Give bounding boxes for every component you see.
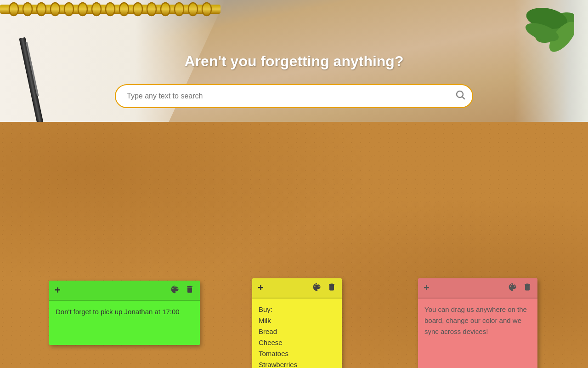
- notebook-spiral: [0, 0, 220, 18]
- palette-icon-yellow[interactable]: [312, 282, 322, 294]
- svg-point-1: [9, 3, 18, 16]
- note-content-yellow[interactable]: Buy: Milk Bread Cheese Tomatoes Strawber…: [252, 299, 342, 368]
- plant: [519, 0, 574, 92]
- note-content-pink[interactable]: You can drag us anywhere on the board, c…: [418, 299, 537, 343]
- svg-point-3: [37, 3, 46, 16]
- palette-icon-green[interactable]: [170, 285, 180, 296]
- search-input[interactable]: [115, 84, 473, 108]
- add-note-icon-pink[interactable]: +: [424, 282, 430, 294]
- svg-point-4: [51, 3, 60, 16]
- delete-icon-green[interactable]: [185, 285, 194, 296]
- palette-icon-pink[interactable]: [508, 282, 517, 294]
- delete-icon-yellow[interactable]: [327, 282, 336, 294]
- search-icon: [455, 89, 466, 103]
- svg-point-7: [92, 3, 101, 16]
- svg-point-15: [202, 3, 211, 16]
- corkboard: + Don't forget to pick up Jonathan at 17…: [0, 122, 588, 368]
- svg-point-10: [133, 3, 142, 16]
- svg-point-2: [23, 3, 32, 16]
- svg-point-12: [161, 3, 170, 16]
- add-note-icon-green[interactable]: +: [55, 284, 61, 296]
- svg-point-5: [64, 3, 74, 16]
- svg-point-9: [119, 3, 129, 16]
- sticky-note-pink: + You can drag us anywhere on the board,…: [418, 278, 537, 368]
- svg-line-21: [463, 97, 465, 99]
- sticky-note-yellow: + Buy: Milk Bread Cheese Tomatoes Strawb…: [252, 278, 342, 368]
- page-title: Aren't you forgetting anything?: [185, 52, 404, 69]
- add-note-icon-yellow[interactable]: +: [258, 282, 264, 294]
- sticky-note-green: + Don't forget to pick up Jonathan at 17…: [49, 281, 200, 345]
- svg-point-13: [175, 3, 184, 16]
- header: Aren't you forgetting anything?: [0, 0, 588, 122]
- delete-icon-pink[interactable]: [523, 282, 532, 294]
- svg-point-8: [106, 3, 115, 16]
- note-content-green[interactable]: Don't forget to pick up Jonathan at 17:0…: [49, 301, 200, 323]
- svg-point-14: [188, 3, 198, 16]
- svg-point-11: [147, 3, 156, 16]
- svg-point-6: [78, 3, 87, 16]
